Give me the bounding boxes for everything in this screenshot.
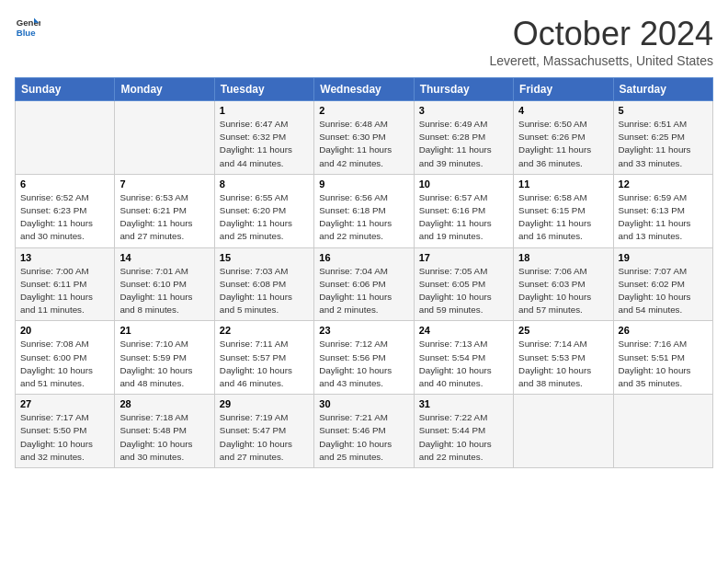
calendar-cell: 11Sunrise: 6:58 AM Sunset: 6:15 PM Dayli… [514, 174, 613, 247]
day-number: 20 [20, 325, 109, 336]
calendar-cell: 25Sunrise: 7:14 AM Sunset: 5:53 PM Dayli… [514, 321, 613, 395]
weekday-header: Tuesday [214, 78, 313, 101]
day-number: 9 [319, 178, 408, 190]
day-number: 8 [220, 178, 309, 190]
calendar-cell: 15Sunrise: 7:03 AM Sunset: 6:08 PM Dayli… [214, 247, 313, 321]
weekday-header: Sunday [16, 78, 115, 101]
day-info: Sunrise: 7:16 AM Sunset: 5:51 PM Dayligh… [619, 338, 708, 390]
day-number: 18 [518, 252, 608, 263]
day-info: Sunrise: 6:50 AM Sunset: 6:26 PM Dayligh… [518, 118, 608, 170]
day-info: Sunrise: 7:07 AM Sunset: 6:02 PM Dayligh… [619, 265, 708, 317]
day-info: Sunrise: 7:22 AM Sunset: 5:44 PM Dayligh… [419, 411, 508, 464]
day-number: 28 [119, 398, 209, 409]
day-info: Sunrise: 6:56 AM Sunset: 6:18 PM Dayligh… [319, 191, 408, 244]
day-number: 14 [119, 252, 209, 263]
weekday-header: Wednesday [314, 78, 414, 101]
day-info: Sunrise: 6:53 AM Sunset: 6:21 PM Dayligh… [119, 191, 209, 244]
logo-icon: General Blue [15, 15, 40, 40]
day-number: 31 [419, 398, 508, 409]
day-number: 23 [319, 325, 408, 336]
weekday-header: Monday [115, 78, 214, 101]
day-info: Sunrise: 6:49 AM Sunset: 6:28 PM Dayligh… [419, 118, 508, 170]
day-info: Sunrise: 7:01 AM Sunset: 6:10 PM Dayligh… [119, 265, 209, 317]
title-block: October 2024 Leverett, Massachusetts, Un… [489, 15, 713, 68]
day-number: 5 [619, 105, 708, 116]
day-number: 1 [220, 105, 309, 116]
day-number: 29 [220, 398, 309, 409]
calendar-cell: 21Sunrise: 7:10 AM Sunset: 5:59 PM Dayli… [115, 321, 214, 395]
day-number: 17 [419, 252, 508, 263]
calendar-cell [514, 395, 613, 468]
logo: General Blue [15, 15, 40, 40]
day-number: 16 [319, 252, 408, 263]
day-info: Sunrise: 7:05 AM Sunset: 6:05 PM Dayligh… [419, 265, 508, 317]
day-info: Sunrise: 6:48 AM Sunset: 6:30 PM Dayligh… [319, 118, 408, 170]
day-info: Sunrise: 7:13 AM Sunset: 5:54 PM Dayligh… [419, 338, 508, 390]
calendar-cell: 29Sunrise: 7:19 AM Sunset: 5:47 PM Dayli… [214, 395, 313, 468]
calendar-cell: 19Sunrise: 7:07 AM Sunset: 6:02 PM Dayli… [613, 247, 712, 321]
day-number: 15 [220, 252, 309, 263]
calendar-cell [16, 101, 115, 175]
day-info: Sunrise: 7:21 AM Sunset: 5:46 PM Dayligh… [319, 411, 408, 464]
day-number: 24 [419, 325, 508, 336]
calendar-week-row: 27Sunrise: 7:17 AM Sunset: 5:50 PM Dayli… [16, 395, 713, 468]
day-info: Sunrise: 7:14 AM Sunset: 5:53 PM Dayligh… [518, 338, 608, 390]
day-info: Sunrise: 6:57 AM Sunset: 6:16 PM Dayligh… [419, 191, 508, 244]
day-number: 25 [518, 325, 608, 336]
month-title: October 2024 [489, 15, 713, 53]
day-info: Sunrise: 6:47 AM Sunset: 6:32 PM Dayligh… [220, 118, 309, 170]
calendar-cell: 12Sunrise: 6:59 AM Sunset: 6:13 PM Dayli… [613, 174, 712, 247]
day-info: Sunrise: 7:00 AM Sunset: 6:11 PM Dayligh… [20, 265, 109, 317]
day-info: Sunrise: 6:51 AM Sunset: 6:25 PM Dayligh… [619, 118, 708, 170]
location: Leverett, Massachusetts, United States [489, 53, 713, 68]
calendar-body: 1Sunrise: 6:47 AM Sunset: 6:32 PM Daylig… [16, 101, 713, 468]
day-number: 6 [20, 178, 109, 190]
day-number: 3 [419, 105, 508, 116]
calendar-week-row: 20Sunrise: 7:08 AM Sunset: 6:00 PM Dayli… [16, 321, 713, 395]
day-number: 22 [220, 325, 309, 336]
day-number: 26 [619, 325, 708, 336]
calendar-cell: 3Sunrise: 6:49 AM Sunset: 6:28 PM Daylig… [414, 101, 513, 175]
day-info: Sunrise: 7:04 AM Sunset: 6:06 PM Dayligh… [319, 265, 408, 317]
weekday-header: Saturday [613, 78, 712, 101]
calendar-week-row: 6Sunrise: 6:52 AM Sunset: 6:23 PM Daylig… [16, 174, 713, 247]
calendar-cell: 5Sunrise: 6:51 AM Sunset: 6:25 PM Daylig… [613, 101, 712, 175]
calendar-cell: 1Sunrise: 6:47 AM Sunset: 6:32 PM Daylig… [214, 101, 313, 175]
day-number: 2 [319, 105, 408, 116]
calendar-cell: 22Sunrise: 7:11 AM Sunset: 5:57 PM Dayli… [214, 321, 313, 395]
day-info: Sunrise: 7:17 AM Sunset: 5:50 PM Dayligh… [20, 411, 109, 464]
calendar-cell: 6Sunrise: 6:52 AM Sunset: 6:23 PM Daylig… [16, 174, 115, 247]
day-number: 21 [119, 325, 209, 336]
day-info: Sunrise: 7:03 AM Sunset: 6:08 PM Dayligh… [220, 265, 309, 317]
calendar-cell: 30Sunrise: 7:21 AM Sunset: 5:46 PM Dayli… [314, 395, 414, 468]
day-number: 19 [619, 252, 708, 263]
day-number: 4 [518, 105, 608, 116]
calendar-cell: 20Sunrise: 7:08 AM Sunset: 6:00 PM Dayli… [16, 321, 115, 395]
calendar-cell [613, 395, 712, 468]
calendar-cell: 8Sunrise: 6:55 AM Sunset: 6:20 PM Daylig… [214, 174, 313, 247]
calendar-cell [115, 101, 214, 175]
calendar-week-row: 1Sunrise: 6:47 AM Sunset: 6:32 PM Daylig… [16, 101, 713, 175]
weekday-header: Friday [514, 78, 613, 101]
calendar-cell: 17Sunrise: 7:05 AM Sunset: 6:05 PM Dayli… [414, 247, 513, 321]
day-info: Sunrise: 6:58 AM Sunset: 6:15 PM Dayligh… [518, 191, 608, 244]
calendar-cell: 26Sunrise: 7:16 AM Sunset: 5:51 PM Dayli… [613, 321, 712, 395]
calendar-cell: 4Sunrise: 6:50 AM Sunset: 6:26 PM Daylig… [514, 101, 613, 175]
day-info: Sunrise: 6:59 AM Sunset: 6:13 PM Dayligh… [619, 191, 708, 244]
day-number: 12 [619, 178, 708, 190]
day-number: 7 [119, 178, 209, 190]
calendar-table: SundayMondayTuesdayWednesdayThursdayFrid… [15, 77, 713, 468]
calendar-cell: 14Sunrise: 7:01 AM Sunset: 6:10 PM Dayli… [115, 247, 214, 321]
day-info: Sunrise: 7:10 AM Sunset: 5:59 PM Dayligh… [119, 338, 209, 390]
day-info: Sunrise: 7:12 AM Sunset: 5:56 PM Dayligh… [319, 338, 408, 390]
day-number: 30 [319, 398, 408, 409]
page-header: General Blue October 2024 Leverett, Mass… [15, 15, 713, 68]
calendar-cell: 31Sunrise: 7:22 AM Sunset: 5:44 PM Dayli… [414, 395, 513, 468]
calendar-cell: 10Sunrise: 6:57 AM Sunset: 6:16 PM Dayli… [414, 174, 513, 247]
calendar-cell: 2Sunrise: 6:48 AM Sunset: 6:30 PM Daylig… [314, 101, 414, 175]
day-info: Sunrise: 7:08 AM Sunset: 6:00 PM Dayligh… [20, 338, 109, 390]
day-number: 27 [20, 398, 109, 409]
day-number: 13 [20, 252, 109, 263]
calendar-week-row: 13Sunrise: 7:00 AM Sunset: 6:11 PM Dayli… [16, 247, 713, 321]
weekday-header: Thursday [414, 78, 513, 101]
